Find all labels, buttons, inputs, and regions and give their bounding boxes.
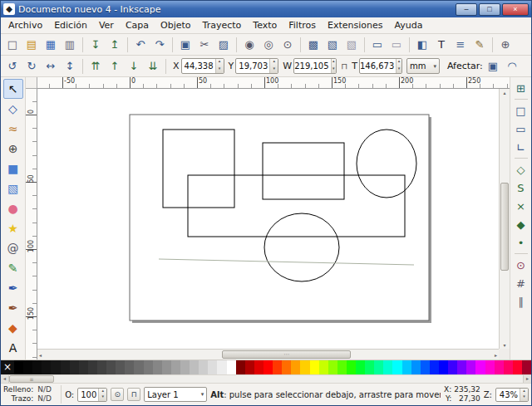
palette-swatch[interactable] (14, 360, 23, 374)
height-spin-arrows[interactable]: ▴▾ (396, 59, 401, 73)
tweak-tool[interactable]: ≈ (3, 119, 23, 139)
palette-swatch[interactable] (504, 360, 513, 374)
layer-visibility-toggle[interactable]: ⊙ (111, 388, 124, 401)
spin-down-icon[interactable]: ▾ (520, 394, 528, 401)
snap-bbox[interactable]: □ (512, 101, 530, 120)
raise[interactable]: ↑ (106, 57, 124, 76)
height-spinbox[interactable]: 146,673 ▴▾ (359, 58, 402, 74)
vertical-scrollbar[interactable]: ▴ ▾ (499, 89, 510, 349)
palette-scroll-track[interactable] (54, 375, 523, 383)
selector-tool[interactable]: ↖ (3, 79, 23, 99)
y-spin-arrows[interactable]: ▴▾ (269, 59, 278, 73)
open-document[interactable]: ▤ (22, 36, 41, 54)
calligraphy-tool[interactable]: ✒ (3, 298, 23, 318)
ungroup[interactable]: ▭ (387, 36, 406, 54)
align-dialog[interactable]: ≡ (451, 36, 470, 54)
zoom-to-page[interactable]: ⊙ (278, 36, 297, 54)
palette-swatch[interactable] (319, 360, 328, 374)
duplicate[interactable]: ▩ (304, 36, 323, 54)
snap-bbox-edges[interactable]: ▭ (512, 120, 530, 138)
spiral-tool[interactable]: @ (3, 238, 23, 258)
palette-swatch[interactable] (264, 360, 273, 374)
maximize-button[interactable]: □ (479, 3, 500, 16)
spin-down-icon[interactable]: ▾ (99, 394, 106, 401)
copy[interactable]: ▣ (176, 36, 195, 54)
snap-intersections[interactable]: × (512, 197, 530, 215)
snap-bbox-corners[interactable]: ∟ (512, 138, 530, 156)
preferences[interactable]: ⊕ (496, 36, 515, 54)
palette-swatch[interactable] (106, 360, 116, 374)
undo[interactable]: ↶ (131, 36, 150, 54)
palette-swatch[interactable] (97, 360, 106, 374)
opacity-spin-arrows[interactable]: ▴▾ (98, 389, 106, 401)
palette-swatch[interactable] (475, 360, 485, 374)
affect-scale-corners[interactable]: ◠ (503, 57, 521, 76)
palette-swatch[interactable] (208, 360, 217, 374)
rectangle-tool[interactable]: ■ (3, 159, 23, 179)
menu-edicion[interactable]: Edición (48, 18, 93, 32)
palette-swatch[interactable] (365, 360, 374, 374)
palette-scroll-thumb[interactable]: ≡ (9, 375, 54, 383)
scroll-down-icon[interactable]: ▾ (500, 342, 510, 348)
palette-swatch[interactable] (190, 360, 199, 374)
scroll-up-icon[interactable]: ▴ (500, 90, 510, 95)
palette-swatch[interactable] (70, 360, 79, 374)
snap-grid[interactable]: # (512, 274, 530, 292)
palette-swatch[interactable] (430, 360, 439, 374)
no-color-swatch[interactable]: × (1, 360, 14, 374)
snap-paths[interactable]: S (512, 179, 530, 197)
palette-swatch[interactable] (402, 360, 411, 374)
snap-midpoints[interactable]: • (512, 233, 530, 252)
x-spinbox[interactable]: 44,338 ▴▾ (181, 58, 224, 74)
snap-guides[interactable]: ∥ (512, 292, 530, 311)
palette-swatch[interactable] (199, 360, 208, 374)
palette-swatch[interactable] (171, 360, 180, 374)
lower[interactable]: ↓ (125, 57, 143, 76)
drawing-canvas[interactable] (37, 89, 510, 360)
palette-swatch[interactable] (457, 360, 466, 374)
paste[interactable]: ▨ (214, 36, 233, 54)
close-button[interactable]: × (502, 3, 529, 16)
palette-swatch[interactable] (485, 360, 495, 374)
palette-swatch[interactable] (411, 360, 421, 374)
zoom-tool[interactable]: ⊕ (3, 139, 23, 159)
pen-tool[interactable]: ✒ (3, 278, 23, 298)
palette-swatch[interactable] (23, 360, 32, 374)
palette-swatch[interactable] (125, 360, 134, 374)
minimize-button[interactable]: – (456, 3, 477, 16)
palette-swatch[interactable] (236, 360, 245, 374)
width-spin-arrows[interactable]: ▴▾ (331, 59, 337, 73)
canvas-viewport[interactable]: ▴ ▾ ◂ ⋯ ▸ (37, 89, 510, 360)
palette-swatch[interactable] (61, 360, 70, 374)
palette-swatch[interactable] (421, 360, 430, 374)
palette-swatch[interactable] (153, 360, 162, 374)
cut[interactable]: ✂ (195, 36, 214, 54)
palette-swatch[interactable] (32, 360, 42, 374)
spin-down-icon[interactable]: ▾ (216, 66, 224, 74)
menu-filtros[interactable]: Filtros (283, 18, 322, 32)
y-spinbox[interactable]: 19,703 ▴▾ (235, 58, 278, 74)
spin-down-icon[interactable]: ▾ (332, 66, 337, 74)
zoom-to-drawing[interactable]: ◎ (259, 36, 278, 54)
create-clone[interactable]: ▧ (323, 36, 342, 54)
palette-swatch[interactable] (448, 360, 457, 374)
menu-archivo[interactable]: Archivo (2, 18, 48, 32)
redo[interactable]: ↷ (150, 36, 169, 54)
menu-ayuda[interactable]: Ayuda (388, 18, 428, 32)
new-document[interactable]: □ (3, 36, 22, 54)
palette-scroll-left-icon[interactable]: ◂ (1, 375, 9, 383)
pencil-tool[interactable]: ✎ (3, 258, 23, 278)
zoom-spin-arrows[interactable]: ▴▾ (520, 389, 528, 401)
vertical-scroll-thumb[interactable] (500, 183, 509, 271)
palette-swatch[interactable] (495, 360, 504, 374)
unlink-clone[interactable]: ▧ (342, 36, 361, 54)
width-spinbox[interactable]: 219,105 ▴▾ (293, 58, 337, 74)
text-tool[interactable]: A (3, 338, 23, 358)
rotate-cw[interactable]: ↻ (22, 57, 41, 76)
palette-swatch[interactable] (522, 360, 531, 374)
save-document[interactable]: ▦ (42, 36, 60, 54)
palette-swatch[interactable] (42, 360, 51, 374)
menu-capa[interactable]: Capa (120, 18, 155, 32)
units-dropdown[interactable]: mm ▾ (406, 58, 440, 74)
palette-swatch[interactable] (273, 360, 282, 374)
